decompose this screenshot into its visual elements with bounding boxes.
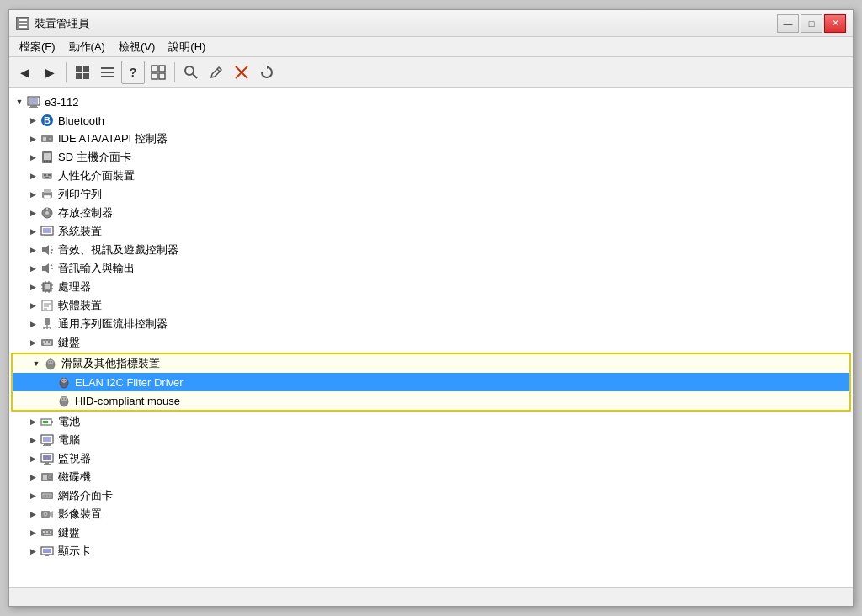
tree-soft[interactable]: ▶ 軟體裝置 <box>9 296 853 315</box>
toolbar-btn-6[interactable] <box>146 61 170 84</box>
svg-rect-8 <box>101 67 114 69</box>
toolbar-refresh-btn[interactable] <box>255 61 279 84</box>
storage-icon <box>40 205 55 220</box>
toolbar-separator-1 <box>66 62 67 82</box>
svg-rect-5 <box>83 66 89 72</box>
storage-expand[interactable]: ▶ <box>26 206 40 220</box>
keyboard1-expand[interactable]: ▶ <box>26 336 40 349</box>
tree-bluetooth[interactable]: ▶ B Bluetooth <box>9 111 853 130</box>
tree-sd[interactable]: ▶ SD 主機介面卡 <box>9 148 853 167</box>
svg-text:B: B <box>44 115 51 125</box>
battery-icon <box>40 414 55 429</box>
tree-disk[interactable]: ▶ 磁碟機 <box>9 468 853 486</box>
keyboard2-expand[interactable]: ▶ <box>26 526 40 539</box>
svg-rect-25 <box>29 107 38 108</box>
computer-expand[interactable]: ▶ <box>26 433 40 447</box>
toolbar-search-btn[interactable] <box>179 61 203 84</box>
tree-sys[interactable]: ▶ 系統裝置 <box>9 222 853 241</box>
serial-label: 通用序列匯流排控制器 <box>58 316 168 332</box>
tree-elan[interactable]: ELAN I2C Filter Driver <box>13 373 849 391</box>
tree-hid[interactable]: ▶ 人性化介面裝置 <box>9 167 853 185</box>
serial-expand[interactable]: ▶ <box>26 317 40 331</box>
tree-net[interactable]: ▶ 網路介面卡 <box>9 486 853 505</box>
svg-rect-79 <box>50 341 51 343</box>
tree-video[interactable]: ▶ 影像裝置 <box>9 505 853 523</box>
print-expand[interactable]: ▶ <box>26 188 40 201</box>
back-button[interactable]: ◀ <box>13 61 36 84</box>
tree-monitor[interactable]: ▶ 監視器 <box>9 449 853 468</box>
tree-root[interactable]: ▼ e3-112 <box>9 93 853 111</box>
menu-action[interactable]: 動作(A) <box>62 38 112 56</box>
svg-rect-113 <box>41 511 50 518</box>
title-bar: 裝置管理員 — □ ✕ <box>9 10 853 37</box>
tree-print[interactable]: ▶ 列印佇列 <box>9 185 853 204</box>
menu-view[interactable]: 檢視(V) <box>112 38 162 56</box>
keyboard2-label: 鍵盤 <box>58 525 80 540</box>
svg-point-15 <box>185 66 194 75</box>
tree-serial[interactable]: ▶ 通用序列匯流排控制器 <box>9 315 853 333</box>
tree-keyboard2[interactable]: ▶ 鍵盤 <box>9 523 853 542</box>
svg-rect-123 <box>45 555 49 556</box>
tree-mice[interactable]: ▼ 滑鼠及其他指標裝置 <box>13 354 849 373</box>
svg-rect-39 <box>45 177 49 178</box>
audio-expand[interactable]: ▶ <box>26 243 40 257</box>
display-expand[interactable]: ▶ <box>26 544 40 558</box>
title-bar-left: 裝置管理員 <box>16 16 89 31</box>
svg-marker-49 <box>42 245 49 255</box>
tree-ide[interactable]: ▶ IDE ATA/ATAPI 控制器 <box>9 130 853 148</box>
tree-hidmouse[interactable]: HID-compliant mouse <box>13 391 849 410</box>
device-tree-container[interactable]: ▼ e3-112 ▶ B Bluetooth ▶ IDE A <box>9 88 853 587</box>
bluetooth-icon: B <box>40 113 55 128</box>
tree-storage[interactable]: ▶ 存放控制器 <box>9 204 853 222</box>
toolbar-help-btn[interactable]: ? <box>121 61 145 84</box>
ide-expand[interactable]: ▶ <box>26 132 40 146</box>
keyboard2-icon <box>40 525 55 540</box>
soft-icon <box>40 298 55 313</box>
ide-label: IDE ATA/ATAPI 控制器 <box>58 131 168 146</box>
toolbar-edit-btn[interactable] <box>205 61 228 84</box>
battery-expand[interactable]: ▶ <box>26 415 40 428</box>
toolbar-btn-3[interactable] <box>71 61 94 84</box>
tree-battery[interactable]: ▶ 電池 <box>9 412 853 431</box>
proc-expand[interactable]: ▶ <box>26 280 40 294</box>
audioinput-expand[interactable]: ▶ <box>26 262 40 275</box>
menu-file[interactable]: 檔案(F) <box>13 38 62 56</box>
monitor-label: 監視器 <box>58 451 91 466</box>
soft-expand[interactable]: ▶ <box>26 299 40 312</box>
serial-icon <box>40 316 55 332</box>
net-expand[interactable]: ▶ <box>26 489 40 502</box>
forward-button[interactable]: ▶ <box>38 61 61 84</box>
tree-keyboard1[interactable]: ▶ 鍵盤 <box>9 333 853 352</box>
tree-audioinput[interactable]: ▶ 音訊輸入與輸出 <box>9 259 853 278</box>
svg-rect-38 <box>48 174 51 176</box>
disk-label: 磁碟機 <box>58 470 91 485</box>
root-expand-arrow[interactable]: ▼ <box>13 95 26 109</box>
toolbar-btn-4[interactable] <box>96 61 120 84</box>
print-icon <box>40 187 55 202</box>
svg-rect-14 <box>159 73 165 79</box>
toolbar-delete-btn[interactable] <box>230 61 253 84</box>
bluetooth-expand[interactable]: ▶ <box>26 114 40 127</box>
tree-audio[interactable]: ▶ 音效、視訊及遊戲控制器 <box>9 241 853 259</box>
video-expand[interactable]: ▶ <box>26 507 40 521</box>
menu-help[interactable]: 說明(H) <box>162 38 212 56</box>
minimize-button[interactable]: — <box>777 14 799 33</box>
svg-point-44 <box>45 211 49 215</box>
sd-expand[interactable]: ▶ <box>26 151 40 164</box>
svg-rect-97 <box>43 437 51 442</box>
svg-rect-7 <box>83 73 89 79</box>
disk-expand[interactable]: ▶ <box>26 470 40 484</box>
monitor-expand[interactable]: ▶ <box>26 452 40 465</box>
tree-display[interactable]: ▶ 顯示卡 <box>9 542 853 560</box>
sd-icon <box>40 150 55 165</box>
svg-rect-33 <box>44 161 45 162</box>
maximize-button[interactable]: □ <box>801 14 822 33</box>
tree-proc[interactable]: ▶ 處理器 <box>9 278 853 296</box>
sys-expand[interactable]: ▶ <box>26 225 40 238</box>
tree-computer[interactable]: ▶ 電腦 <box>9 431 853 449</box>
svg-rect-119 <box>50 531 51 533</box>
close-button[interactable]: ✕ <box>824 14 846 33</box>
mice-icon <box>43 356 58 371</box>
hid-expand[interactable]: ▶ <box>26 169 40 183</box>
mice-expand[interactable]: ▼ <box>29 357 43 370</box>
